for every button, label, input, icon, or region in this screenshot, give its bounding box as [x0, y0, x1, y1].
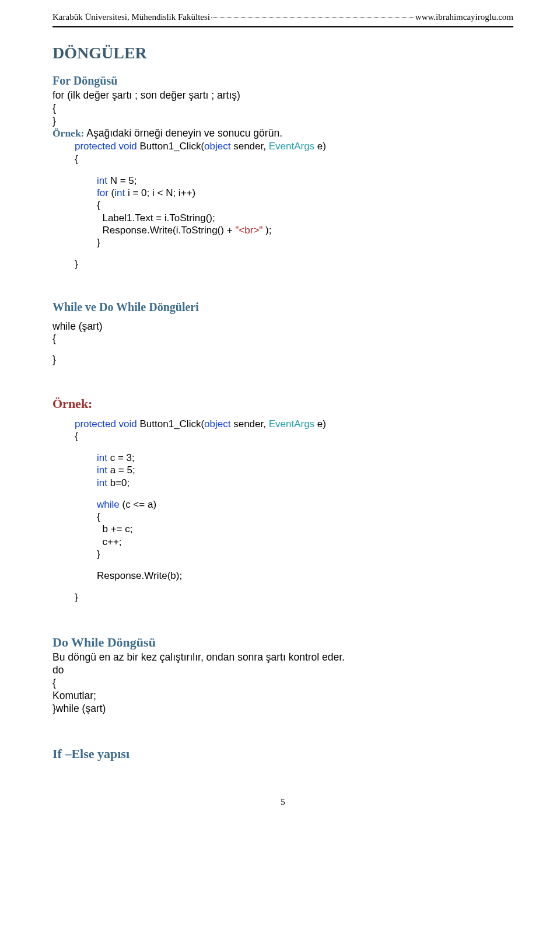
title-donguler: DÖNGÜLER — [52, 43, 513, 63]
dowhile-komutlar: Komutlar; — [52, 690, 513, 703]
spacer6 — [52, 489, 513, 498]
dowhile-open: { — [52, 677, 513, 690]
eventargs2: EventArgs — [269, 418, 314, 429]
spacer3b — [52, 280, 513, 289]
bplus: b += c; — [102, 523, 132, 535]
ex2-while-line: while (c <= a) — [52, 498, 513, 511]
while-close: } — [52, 354, 513, 366]
br-string: "<br>" — [235, 225, 262, 236]
for-loop-line: for (int i = 0; i < N; i++) — [52, 187, 513, 199]
ex2-cplus: c++; — [52, 536, 513, 548]
page-number: 5 — [52, 797, 513, 808]
spacer3 — [52, 271, 513, 280]
type-eventargs: EventArgs — [269, 141, 314, 152]
gap — [52, 316, 513, 320]
page-container: Karabük Üniversitesi, Mühendislik Fakült… — [0, 0, 560, 831]
gap2 — [52, 345, 513, 354]
n-decl-text: N = 5; — [107, 175, 137, 186]
kw-while: while — [97, 499, 120, 510]
kw-int2: int — [114, 187, 125, 198]
ex2-c-decl: int c = 3; — [52, 452, 513, 464]
ex2-a-decl: int a = 5; — [52, 464, 513, 476]
for-brace-open: { — [52, 102, 513, 115]
spacer5 — [52, 442, 513, 452]
heading-dowhile: Do While Döngüsü — [52, 634, 513, 651]
spacer8 — [52, 582, 513, 591]
heading-ifelse: If –Else yapısı — [52, 746, 513, 762]
header-dots — [211, 16, 414, 18]
ex2-b-decl: int b=0; — [52, 477, 513, 489]
i-decl-text: i = 0; i < N; i++) — [125, 187, 195, 198]
for-code-sig: protected void Button1_Click(object send… — [52, 140, 513, 152]
heading-ornek2: Örnek: — [52, 396, 513, 412]
dowhile-desc: Bu döngü en az bir kez çalıştırılır, ond… — [52, 651, 513, 664]
ornek-label: Örnek: — [52, 127, 84, 139]
spacer4 — [52, 366, 513, 376]
resp-post: ); — [262, 225, 271, 236]
kw-object2: object — [204, 418, 230, 429]
for-n-decl: int N = 5; — [52, 174, 513, 187]
sender2: sender, — [230, 418, 268, 429]
header-rule — [52, 26, 513, 27]
for-outer-close: } — [52, 258, 513, 270]
ex2-open: { — [52, 430, 513, 442]
kw-void2: void — [116, 418, 137, 429]
a-decl: a = 5; — [107, 464, 135, 476]
kw-int-a: int — [97, 464, 107, 476]
while-open: { — [52, 333, 513, 345]
for-inner-open: { — [52, 199, 513, 211]
while-cond: (c <= a) — [120, 499, 156, 510]
spacer10b — [52, 725, 513, 734]
method2: Button1_Click( — [137, 418, 204, 429]
spacer10 — [52, 715, 513, 725]
while-syntax: while (şart) — [52, 320, 513, 333]
label-line: Label1.Text = i.ToString(); — [102, 212, 215, 223]
spacer4b — [52, 376, 513, 385]
dowhile-close: }while (şart) — [52, 703, 513, 715]
heading-while: While ve Do While Döngüleri — [52, 300, 513, 315]
kw-int-c: int — [97, 452, 107, 463]
kw-for: for — [97, 187, 108, 198]
dowhile-do: do — [52, 664, 513, 677]
for-paren: ( — [108, 187, 114, 198]
heading-for: For Döngüsü — [52, 74, 513, 88]
ex2-resp: Response.Write(b); — [52, 570, 513, 582]
for-response-write: Response.Write(i.ToString() + "<br>" ); — [52, 224, 513, 236]
for-syntax-line: for (ilk değer şartı ; son değer şartı ;… — [52, 89, 513, 102]
page-header: Karabük Üniversitesi, Mühendislik Fakült… — [52, 12, 513, 23]
spacer9 — [52, 604, 513, 613]
sender-text: sender, — [230, 141, 268, 152]
kw-protected: protected — [75, 141, 116, 152]
for-brace-close: } — [52, 115, 513, 128]
cplus: c++; — [102, 536, 121, 547]
for-label-text: Label1.Text = i.ToString(); — [52, 212, 513, 224]
resp-pre: Response.Write(i.ToString() + — [102, 225, 235, 236]
kw-object: object — [204, 141, 230, 152]
for-open-brace: { — [52, 153, 513, 165]
kw-void: void — [116, 141, 137, 152]
ex2-inner-open: { — [52, 511, 513, 523]
b-decl: b=0; — [107, 477, 130, 488]
header-right: www.ibrahimcayiroglu.com — [415, 12, 513, 23]
eparen2: e) — [314, 418, 326, 429]
spacer — [52, 165, 513, 174]
e-paren: e) — [314, 141, 326, 152]
kw-protected2: protected — [75, 418, 116, 429]
kw-int-b: int — [97, 477, 107, 488]
header-left: Karabük Üniversitesi, Mühendislik Fakült… — [52, 12, 210, 23]
method-name: Button1_Click( — [137, 141, 204, 152]
ex2-sig: protected void Button1_Click(object send… — [52, 418, 513, 430]
for-ornek-line: Örnek: Aşağıdaki örneği deneyin ve sonuc… — [52, 127, 513, 140]
c-decl: c = 3; — [107, 452, 135, 463]
for-inner-close: } — [52, 236, 513, 249]
spacer7 — [52, 560, 513, 570]
kw-int: int — [97, 175, 107, 186]
spacer9b — [52, 613, 513, 623]
ex2-inner-close: } — [52, 548, 513, 560]
ex2-bplus: b += c; — [52, 523, 513, 535]
spacer2 — [52, 249, 513, 258]
ornek-text: Aşağıdaki örneği deneyin ve sonucu görün… — [84, 127, 282, 139]
ex2-outer-close: } — [52, 591, 513, 603]
